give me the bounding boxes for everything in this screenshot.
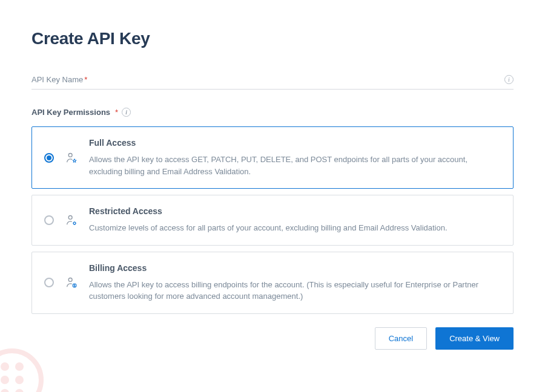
option-full-access[interactable]: Full Access Allows the API key to access…	[31, 126, 514, 189]
api-key-name-input[interactable]	[87, 74, 504, 85]
api-key-name-label: API Key Name*	[31, 75, 87, 84]
user-star-icon	[65, 151, 78, 165]
api-key-name-field: API Key Name* i	[31, 74, 514, 90]
permissions-options: Full Access Allows the API key to access…	[31, 126, 514, 314]
svg-point-1	[68, 215, 72, 219]
option-desc: Customize levels of access for all parts…	[89, 222, 501, 234]
cancel-button[interactable]: Cancel	[375, 327, 427, 350]
create-view-button[interactable]: Create & View	[435, 327, 514, 350]
info-icon[interactable]: i	[504, 75, 514, 84]
required-asterisk: *	[115, 108, 118, 117]
option-title: Full Access	[89, 138, 501, 148]
option-billing-access[interactable]: Billing Access Allows the API key to acc…	[31, 252, 514, 314]
svg-point-2	[73, 222, 76, 224]
info-icon[interactable]: i	[122, 108, 131, 117]
option-title: Billing Access	[89, 263, 501, 273]
page-title: Create API Key	[31, 29, 514, 48]
radio-billing-access[interactable]	[44, 278, 54, 287]
brand-watermark	[0, 348, 44, 392]
user-dollar-icon	[65, 276, 78, 289]
option-desc: Allows the API key to access GET, PATCH,…	[89, 154, 501, 177]
option-desc: Allows the API key to access billing end…	[89, 279, 501, 302]
option-restricted-access[interactable]: Restricted Access Customize levels of ac…	[31, 195, 514, 246]
radio-restricted-access[interactable]	[44, 215, 54, 225]
user-gear-icon	[65, 214, 78, 227]
option-title: Restricted Access	[89, 206, 501, 216]
svg-point-0	[68, 153, 72, 157]
svg-point-3	[68, 278, 72, 281]
action-bar: Cancel Create & View	[31, 327, 514, 350]
permissions-label: API Key Permissions* i	[31, 108, 514, 117]
radio-full-access[interactable]	[44, 153, 54, 163]
